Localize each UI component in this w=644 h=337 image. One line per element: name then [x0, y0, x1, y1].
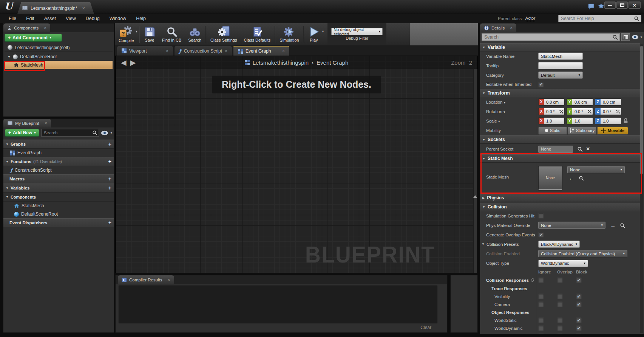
- caret-down-icon[interactable]: ▾: [110, 131, 112, 135]
- details-scrollbar[interactable]: [640, 44, 643, 333]
- add-new-button[interactable]: + Add New ▾: [5, 129, 39, 137]
- feedback-chat-icon[interactable]: [588, 3, 595, 10]
- camera-block-checkbox[interactable]: ✔: [576, 301, 582, 307]
- expand-triangle-icon[interactable]: ▼: [6, 143, 9, 146]
- mobility-static-button[interactable]: Static: [538, 127, 567, 135]
- rotation-y-field[interactable]: Y0.0 °: [567, 108, 593, 115]
- object-type-dropdown[interactable]: WorldDynamic ▾: [538, 260, 588, 267]
- minimize-button[interactable]: [604, 2, 616, 9]
- close-button[interactable]: ×: [629, 2, 641, 9]
- sim-hit-checkbox[interactable]: [538, 213, 544, 219]
- scale-x-field[interactable]: X1.0: [538, 117, 565, 124]
- menu-help[interactable]: Help: [131, 16, 151, 21]
- details-search-input[interactable]: [482, 34, 612, 40]
- mobility-stationary-button[interactable]: Stationary: [568, 127, 596, 135]
- section-header-collision[interactable]: ▼ Collision: [480, 203, 640, 211]
- tooltip-input[interactable]: [538, 62, 583, 69]
- section-header-transform[interactable]: ▼ Transform: [480, 89, 640, 97]
- variable-name-input[interactable]: [538, 53, 583, 60]
- breadcrumb-leaf[interactable]: Event Graph: [317, 59, 348, 66]
- rotation-z-field[interactable]: Z0.0 °: [595, 108, 621, 115]
- clear-socket-icon[interactable]: ×: [586, 146, 590, 152]
- revert-icon[interactable]: [530, 278, 534, 282]
- pawn-overlap-checkbox[interactable]: [557, 333, 563, 334]
- browse-asset-icon[interactable]: [579, 175, 584, 181]
- close-icon[interactable]: ×: [282, 48, 285, 54]
- rotation-x-field[interactable]: X0.0 °: [538, 108, 565, 115]
- expand-triangle-icon[interactable]: ▼: [482, 138, 485, 141]
- close-icon[interactable]: ×: [166, 48, 168, 54]
- section-header-static-mesh[interactable]: ▼ Static Mesh: [480, 154, 640, 163]
- simulation-button[interactable]: Simulation: [276, 23, 302, 45]
- add-function-icon[interactable]: +: [108, 158, 111, 165]
- close-icon[interactable]: ×: [168, 277, 170, 283]
- worlddynamic-overlap-checkbox[interactable]: [557, 325, 563, 331]
- help-search-input[interactable]: [559, 16, 634, 21]
- worldstatic-overlap-checkbox[interactable]: [557, 317, 563, 323]
- drag-handle-icon[interactable]: [615, 108, 621, 115]
- graph-scrollbar[interactable]: [473, 69, 477, 273]
- variable-staticmesh-item[interactable]: StaticMesh: [3, 202, 114, 210]
- tab-close-icon[interactable]: ×: [82, 5, 85, 11]
- menu-view[interactable]: View: [61, 16, 81, 21]
- functions-section-header[interactable]: ▼ Functions (21 Overridable) +: [3, 157, 114, 166]
- caret-down-icon[interactable]: ▾: [322, 30, 324, 33]
- expand-triangle-icon[interactable]: ▼: [482, 92, 485, 95]
- compile-button[interactable]: ? Compile: [115, 23, 137, 45]
- visibility-overlap-checkbox[interactable]: [557, 294, 563, 299]
- caret-down-icon[interactable]: ▾: [640, 36, 642, 39]
- add-dispatcher-icon[interactable]: +: [108, 220, 111, 226]
- visibility-block-checkbox[interactable]: ✔: [576, 294, 582, 299]
- location-x-field[interactable]: X0.0 cm: [538, 98, 565, 106]
- tutorial-cap-icon[interactable]: [598, 3, 605, 10]
- responses-block-checkbox[interactable]: ✔: [576, 277, 582, 283]
- tab-event-graph[interactable]: Event Graph ×: [233, 46, 290, 56]
- nav-back-icon[interactable]: ◀: [121, 58, 127, 67]
- maximize-button[interactable]: [616, 2, 628, 9]
- pawn-ignore-checkbox[interactable]: [538, 333, 544, 334]
- section-header-sockets[interactable]: ▼ Sockets: [480, 135, 640, 144]
- eye-filter-icon[interactable]: [101, 130, 108, 135]
- menu-asset[interactable]: Asset: [39, 16, 61, 21]
- static-mesh-asset-dropdown[interactable]: None ▾: [567, 166, 625, 173]
- document-tab[interactable]: Letsmakethisthingspin* ×: [17, 2, 94, 14]
- category-dropdown[interactable]: Default ▾: [538, 71, 583, 79]
- section-header-physics[interactable]: ▶ Physics: [480, 194, 640, 202]
- pawn-block-checkbox[interactable]: ✔: [576, 333, 582, 334]
- graphs-section-header[interactable]: ▼ Graphs +: [3, 140, 114, 149]
- camera-overlap-checkbox[interactable]: [557, 301, 563, 307]
- close-icon[interactable]: ×: [225, 48, 227, 54]
- worldstatic-ignore-checkbox[interactable]: [538, 317, 544, 323]
- event-graph-item[interactable]: EventGraph: [3, 149, 114, 157]
- clear-log-button[interactable]: Clear: [420, 325, 431, 330]
- close-icon[interactable]: ×: [45, 121, 47, 126]
- collision-enabled-dropdown[interactable]: Collision Enabled (Query and Physics) ▾: [538, 250, 627, 257]
- mobility-movable-button[interactable]: Movable: [597, 127, 628, 135]
- play-button[interactable]: Play: [305, 23, 323, 45]
- expand-triangle-icon[interactable]: ▼: [482, 46, 485, 49]
- collision-presets-dropdown[interactable]: BlockAllDynamic ▾: [538, 241, 580, 248]
- expand-triangle-icon[interactable]: ▼: [482, 157, 485, 160]
- static-mesh-thumbnail[interactable]: None: [538, 166, 562, 190]
- my-blueprint-search-input[interactable]: [42, 130, 93, 135]
- class-settings-button[interactable]: Class Settings: [207, 23, 240, 45]
- editable-checkbox[interactable]: ✔: [538, 82, 544, 87]
- add-graph-icon[interactable]: +: [108, 141, 111, 147]
- menu-debug[interactable]: Debug: [81, 16, 105, 21]
- browse-asset-icon[interactable]: [620, 223, 625, 228]
- component-item-self[interactable]: Letsmakethisthingspin(self): [5, 43, 113, 52]
- tab-construction-script[interactable]: ƒ Construction Script ×: [174, 46, 232, 56]
- find-in-cb-button[interactable]: Find in CB: [159, 23, 185, 45]
- worlddynamic-block-checkbox[interactable]: ✔: [576, 325, 582, 331]
- debug-object-select[interactable]: No debug object selected ▾: [331, 28, 383, 35]
- menu-file[interactable]: File: [4, 16, 21, 21]
- drag-handle-icon[interactable]: [587, 108, 593, 115]
- expand-triangle-icon[interactable]: ▼: [6, 160, 9, 163]
- search-button[interactable]: Search: [185, 23, 205, 45]
- components-tab[interactable]: Components ×: [3, 23, 50, 32]
- add-component-button[interactable]: + Add Component ▾: [5, 34, 62, 42]
- camera-ignore-checkbox[interactable]: [538, 301, 544, 307]
- compiler-results-tab[interactable]: Compiler Results ×: [118, 275, 174, 284]
- add-variable-icon[interactable]: +: [108, 185, 111, 191]
- lock-icon[interactable]: [623, 118, 628, 124]
